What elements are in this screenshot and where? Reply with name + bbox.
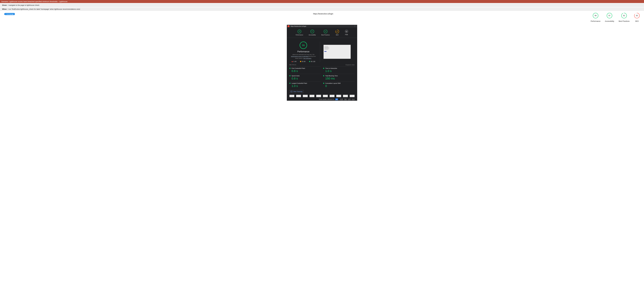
summary-gauge: 83 SEO xyxy=(634,13,640,22)
svg-text:83: 83 xyxy=(336,31,338,32)
see-calculator-link[interactable]: See calculator. xyxy=(303,58,312,59)
metric-name: First Contentful Paint xyxy=(292,68,305,69)
metric-value: 0.8 s xyxy=(292,77,321,80)
step-keyword: Given xyxy=(2,4,7,6)
scenario-title: Scenario: Lighthouse scores have breache… xyxy=(1,0,68,2)
kebab-menu-icon[interactable]: ⋮ xyxy=(354,25,356,27)
metric-value: 1.0 s xyxy=(325,69,354,73)
report-gauge-label: Best Practices xyxy=(321,34,330,36)
pwa-gauge[interactable]: PWAPWA xyxy=(345,29,348,36)
step-keyword: When xyxy=(2,8,7,10)
audit-filter-link[interactable]: TBT xyxy=(344,98,347,100)
metric-item: Speed Index0.8 s xyxy=(290,74,321,81)
summary-gauge: 99 Performance xyxy=(591,13,600,22)
audit-filter-link[interactable]: FCP xyxy=(340,98,343,100)
audits-filter-label: Show audits relevant to: xyxy=(319,98,334,100)
metric-status-icon xyxy=(290,75,290,76)
label-tag[interactable]: homepage xyxy=(5,13,15,15)
legend-green-icon xyxy=(309,61,310,62)
metric-item: First Contentful Paint0.8 s xyxy=(290,66,321,74)
gauge-label: Best Practices xyxy=(619,20,630,22)
gauge-label: Accessibility xyxy=(605,20,614,22)
legend-red-icon xyxy=(292,61,293,62)
metric-status-icon xyxy=(323,83,324,84)
metric-value: 1.0 s xyxy=(292,84,321,88)
metric-name: Largest Contentful Paint xyxy=(292,82,307,84)
gauge-label: SEO xyxy=(635,20,638,22)
step-text: I navigate to the page to lighthouse che… xyxy=(8,4,40,6)
expand-view-button[interactable]: Expand view xyxy=(346,64,354,66)
scenario-title-bar: Scenario: Lighthouse scores have breache… xyxy=(0,0,644,3)
metric-status-icon xyxy=(290,68,290,69)
audit-filter-link[interactable]: LCP xyxy=(348,98,350,100)
report-gauge-label: Accessibility xyxy=(308,34,316,36)
svg-text:99: 99 xyxy=(595,14,596,16)
summary-gauge: 92 Best Practices xyxy=(619,13,630,22)
screenshot-thumbnail xyxy=(324,45,351,59)
pwa-label: PWA xyxy=(345,34,348,35)
svg-text:97: 97 xyxy=(608,14,610,16)
score-legend: 0–49 50–89 90–100 xyxy=(292,61,315,62)
metric-item: Total Blocking Time150 ms xyxy=(323,74,354,81)
svg-text:92: 92 xyxy=(325,31,326,32)
summary-row: homepage https://testevolve.io/login 99 … xyxy=(0,11,644,22)
metric-status-icon xyxy=(290,83,290,84)
svg-text:99: 99 xyxy=(299,31,300,32)
metric-item: Time to Interactive1.0 s xyxy=(323,66,354,74)
metric-name: Time to Interactive xyxy=(325,68,337,69)
tested-url: https://testevolve.io/login xyxy=(313,13,333,15)
metric-name: Cumulative Layout Shift xyxy=(325,82,340,84)
filter-all-button[interactable]: All xyxy=(335,98,338,100)
metric-value: 150 ms xyxy=(325,77,354,80)
hero-title: Performance xyxy=(297,50,310,53)
svg-text:99: 99 xyxy=(302,44,305,47)
metric-value: 0.8 s xyxy=(292,69,321,73)
report-gauge[interactable]: 83 SEO xyxy=(335,29,339,36)
filmstrip xyxy=(287,93,357,97)
metric-name: Total Blocking Time xyxy=(325,75,338,77)
audit-filter-link[interactable]: CLS xyxy=(352,98,354,100)
tag-dot-icon xyxy=(6,14,6,14)
view-treemap-button[interactable]: View Treemap xyxy=(290,90,304,93)
step-row: When I run TestEvolve.lighthouse_check f… xyxy=(0,7,644,11)
report-gauge[interactable]: 92 Best Practices xyxy=(321,29,330,36)
treemap-icon xyxy=(291,91,292,92)
summary-gauge: 97 Accessibility xyxy=(605,13,614,22)
metrics-header: METRICS xyxy=(290,64,296,66)
gauge-label: Performance xyxy=(591,20,600,22)
report-gauge[interactable]: 99 Performance xyxy=(296,29,303,36)
legend-orange-icon xyxy=(300,61,301,62)
metric-item: Largest Contentful Paint1.0 s xyxy=(290,81,321,89)
metric-item: Cumulative Layout Shift0 xyxy=(323,81,354,89)
tag-text: homepage xyxy=(7,13,14,15)
metric-status-icon xyxy=(323,68,324,69)
svg-text:83: 83 xyxy=(636,14,638,16)
perf-score-calc-link[interactable]: performance score is calculated xyxy=(291,56,308,57)
step-row: Given I navigate to the page to lighthou… xyxy=(0,3,644,7)
report-gauge[interactable]: 97 Accessibility xyxy=(308,29,316,36)
metric-value: 0 xyxy=(325,84,354,88)
hero-disclaimer: Values are estimated and may vary. The p… xyxy=(290,54,317,59)
lighthouse-report: https://testevolve.io/login ⋮ 99 Perform… xyxy=(287,25,357,101)
metric-status-icon xyxy=(323,75,324,76)
pwa-icon: PWA xyxy=(345,29,348,33)
metric-name: Speed Index xyxy=(292,75,300,77)
step-text: I run TestEvolve.lighthouse_check for la… xyxy=(8,8,80,10)
svg-text:92: 92 xyxy=(623,14,625,16)
report-gauge-label: Performance xyxy=(296,34,303,36)
audits-filter-bar: Show audits relevant to: All FCPTBTLCPCL… xyxy=(287,97,357,101)
svg-text:97: 97 xyxy=(312,31,313,32)
report-url: https://testevolve.io/login xyxy=(290,25,306,27)
report-gauge-label: SEO xyxy=(336,34,338,36)
hero-gauge: 99 xyxy=(300,41,307,49)
report-header: https://testevolve.io/login ⋮ xyxy=(287,25,357,28)
lighthouse-icon xyxy=(288,25,290,27)
